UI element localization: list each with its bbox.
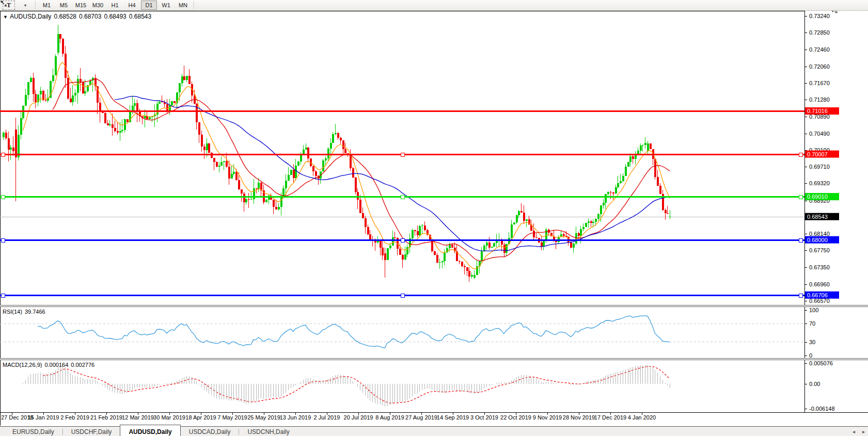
date-label: 13 Jun 2019 [280, 414, 311, 421]
rsi-name: RSI(14) [3, 309, 22, 315]
macd-name: MACD(12,26,9) [3, 362, 42, 368]
price-line-label-0.69010: 0.69010 [805, 193, 839, 200]
date-label: 8 Aug 2019 [375, 414, 404, 421]
date-label: 14 Sep 2019 [437, 414, 469, 421]
date-axis[interactable]: 27 Dec 201815 Jan 20192 Feb 201921 Feb 2… [1, 412, 656, 421]
timeframe-button-W1[interactable]: W1 [158, 1, 174, 10]
horizontal-line-0.70007[interactable] [0, 153, 804, 156]
svg-text:0.69010: 0.69010 [807, 193, 828, 200]
price-tick-label: 0.73240 [809, 13, 830, 19]
ma-line-45 [115, 96, 670, 251]
date-label: 4 Jan 2020 [628, 414, 656, 421]
date-label: 2 Feb 2019 [60, 414, 89, 421]
date-label: 7 May 2019 [217, 414, 247, 421]
candles [3, 25, 671, 282]
tabs-container: EURUSD,DailyUSDCHF,DailyAUDUSD,DailyUSDC… [4, 427, 298, 436]
timeframe-button-M15[interactable]: M15 [73, 1, 89, 10]
price-tick-label: 0.71670 [809, 80, 830, 86]
timeframe-group: M1M5M15M30H1H4D1W1MN [39, 1, 191, 10]
date-label: 15 Jan 2019 [28, 414, 59, 421]
price-tick-label: 0.72460 [809, 46, 830, 53]
date-label: 21 Feb 2019 [90, 414, 122, 421]
line-handle [401, 238, 404, 242]
toolbar: T ▾ M1M5M15M30H1H4D1W1MN [0, 0, 868, 11]
ohlc-low: 0.68493 [104, 13, 126, 20]
svg-text:0.68000: 0.68000 [807, 237, 828, 243]
date-label: 18 Apr 2019 [185, 414, 216, 421]
ma-line-8 [23, 62, 670, 269]
timeframe-button-H4[interactable]: H4 [124, 1, 140, 10]
timeframe-button-M1[interactable]: M1 [39, 1, 55, 10]
ma-line-20 [53, 79, 670, 261]
cursor-tool-button[interactable]: ▾ [17, 1, 33, 9]
panel-splitter[interactable] [0, 358, 868, 360]
price-tick-label: 0.67350 [809, 264, 830, 270]
tab-usdchf-daily[interactable]: USDCHF,Daily [63, 427, 120, 436]
macd-signal-value: 0.002776 [71, 362, 94, 368]
tab-eurusd-daily[interactable]: EURUSD,Daily [4, 427, 62, 436]
price-tick-label: 0.66960 [809, 281, 830, 287]
macd-scale-label: 0.005076 [809, 360, 833, 366]
price-line-label-0.66706: 0.66706 [805, 292, 839, 299]
macd-main-value: 0.000164 [44, 362, 68, 368]
chart-tab-bar: EURUSD,DailyUSDCHF,DailyAUDUSD,DailyUSDC… [0, 426, 868, 436]
tab-scroll-left-icon[interactable]: ◂ [853, 429, 855, 434]
price-tick-label: 0.68140 [809, 231, 830, 237]
title-collapse-icon[interactable]: ▼ [3, 14, 8, 20]
rsi-indicator-label: RSI(14)39.7466 [3, 309, 48, 315]
line-handle [401, 195, 404, 199]
macd-indicator-label: MACD(12,26,9)0.0001640.002776 [3, 362, 97, 368]
price-line-label-0.70007: 0.70007 [805, 151, 839, 158]
date-label: 3 Oct 2019 [470, 414, 498, 421]
timeframe-button-M5[interactable]: M5 [56, 1, 72, 10]
chart-title: ▼AUDUSD,Daily0.685280.687030.684930.6854… [3, 13, 151, 20]
price-tick-label: 0.66570 [809, 298, 830, 304]
rsi-scale-label: 0 [809, 352, 812, 359]
tab-scroll-right-icon[interactable]: ▸ [862, 429, 865, 434]
timeframe-button-D1[interactable]: D1 [141, 1, 157, 10]
current-price-label: 0.68543 [805, 213, 839, 220]
horizontal-line-0.69010[interactable] [0, 195, 804, 199]
horizontal-line-0.68000[interactable] [0, 238, 804, 242]
macd-scale-label: -0.006148 [809, 406, 835, 412]
line-handle [1, 153, 5, 156]
date-label: 27 Aug 2019 [405, 414, 437, 421]
svg-text:0.68543: 0.68543 [807, 214, 828, 220]
ohlc-open: 0.68528 [54, 13, 76, 20]
tab-scroll-buttons: ◂ ▸ [853, 427, 865, 436]
svg-text:0.71016: 0.71016 [807, 108, 828, 114]
timeframe-button-MN[interactable]: MN [175, 1, 191, 10]
line-handle [1, 195, 5, 199]
horizontal-line-0.66706[interactable] [0, 294, 804, 297]
date-label: 17 Dec 2019 [594, 414, 626, 421]
chart-symbol: AUDUSD,Daily [10, 13, 52, 20]
line-handle [1, 238, 5, 242]
rsi-value: 39.7466 [25, 309, 45, 315]
date-label: 12 Mar 2019 [122, 414, 154, 421]
line-handle [799, 294, 802, 297]
tab-audusd-daily[interactable]: AUDUSD,Daily [120, 425, 180, 436]
price-tick-label: 0.71280 [809, 96, 830, 103]
svg-text:0.70007: 0.70007 [807, 151, 828, 157]
price-axis[interactable]: 0.732400.728500.724600.720600.716700.712… [804, 13, 830, 304]
line-handle [799, 195, 802, 199]
timeframe-button-M30[interactable]: M30 [90, 1, 106, 10]
rsi-scale-label: 100 [809, 307, 818, 313]
date-label: 2 Jul 2019 [314, 414, 340, 421]
date-label: 22 Oct 2019 [500, 414, 531, 421]
chart-frame [0, 11, 868, 426]
toolbar-separator [194, 1, 195, 9]
price-tick-label: 0.70490 [809, 131, 830, 137]
tab-usdcnh-daily[interactable]: USDCNH,Daily [239, 427, 297, 436]
macd-scale-label: 0.00 [809, 381, 820, 387]
panel-splitter[interactable] [0, 305, 868, 307]
tab-usdcad-daily[interactable]: USDCAD,Daily [181, 427, 239, 436]
price-tick-label: 0.69710 [809, 164, 830, 170]
date-label: 20 Jul 2019 [344, 414, 373, 421]
date-label: 28 Nov 2019 [563, 414, 595, 421]
price-tick-label: 0.67750 [809, 247, 830, 253]
chart-canvas[interactable]: 0.732400.728500.724600.720600.716700.712… [0, 0, 868, 436]
line-handle [401, 294, 404, 297]
timeframe-button-H1[interactable]: H1 [107, 1, 123, 10]
rsi-panel: 10070300 [0, 307, 818, 359]
